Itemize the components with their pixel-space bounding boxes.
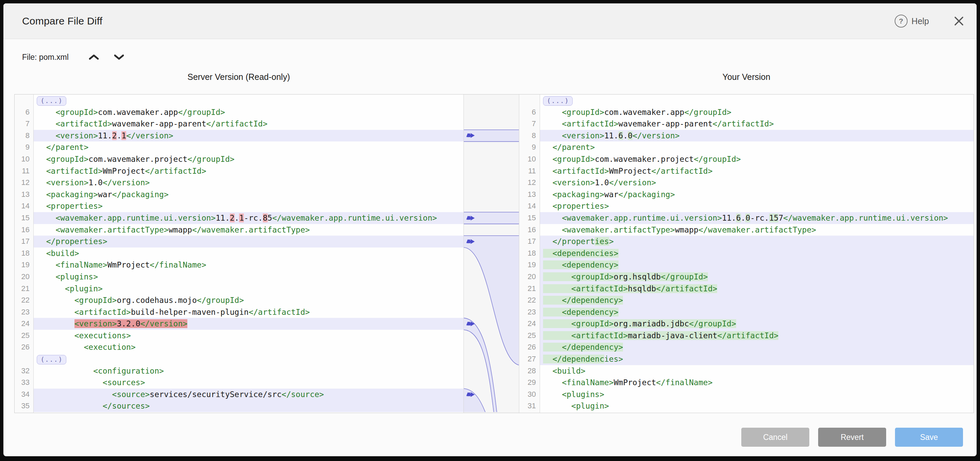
collapsed-region-toggle[interactable]: (...)	[543, 96, 573, 106]
code-row: <build>	[33, 248, 463, 259]
collapsed-region-row: (...)	[33, 353, 463, 365]
line-number: 12	[14, 177, 33, 189]
code-row: <properties>	[540, 200, 974, 212]
line-number: 13	[14, 189, 33, 200]
file-toolbar: File: pom.xml	[22, 50, 128, 64]
code-row: <groupId>com.wavemaker.app</groupId>	[540, 107, 974, 118]
line-number: 24	[519, 318, 539, 330]
apply-change-arrow-1[interactable]	[466, 133, 476, 138]
line-number: 20	[519, 271, 539, 283]
line-number: 35	[14, 400, 33, 412]
revert-button[interactable]: Revert	[818, 428, 886, 447]
left-code[interactable]: (...) <groupId>com.wavemaker.app</groupI…	[33, 94, 464, 413]
apply-change-arrow-2[interactable]	[466, 215, 476, 221]
right-code[interactable]: (...) <groupId>com.wavemaker.app</groupI…	[540, 94, 974, 413]
code-row: </properties>	[540, 235, 974, 248]
save-button[interactable]: Save	[895, 428, 963, 447]
code-row: <executions>	[33, 330, 463, 342]
close-icon[interactable]	[951, 14, 966, 29]
line-number: 30	[519, 389, 539, 401]
line-number: 11	[14, 165, 33, 177]
file-name-label: File: pom.xml	[22, 53, 69, 62]
code-row: <finalName>WmProject</finalName>	[33, 259, 463, 271]
line-number: 15	[14, 212, 33, 224]
line-number: 7	[14, 118, 33, 130]
line-number: 21	[14, 283, 33, 295]
code-row: <artifactId>hsqldb</artifactId>	[540, 283, 974, 295]
code-row: <finalName>WmProject</finalName>	[540, 377, 974, 389]
dialog-footer: Cancel Revert Save	[741, 428, 963, 447]
line-number: 26	[14, 341, 33, 353]
line-number: 20	[14, 271, 33, 283]
line-number: 32	[14, 365, 33, 377]
line-number: 10	[14, 153, 33, 165]
line-number: 18	[519, 248, 539, 259]
code-row: <source>services/securityService/src</so…	[33, 389, 463, 401]
diff-editor: 6789101112131415161718192021222324252632…	[14, 94, 974, 413]
help-button[interactable]: ? Help	[895, 14, 929, 27]
line-number: 8	[519, 130, 539, 142]
diff-connector-bands	[464, 94, 519, 412]
code-row: <artifactId>wavemaker-app-parent</artifa…	[33, 118, 463, 130]
line-number: 26	[519, 341, 539, 353]
collapsed-region-toggle[interactable]: (...)	[37, 355, 66, 364]
line-number: 23	[519, 306, 539, 318]
line-number: 18	[14, 248, 33, 259]
line-number: 16	[14, 224, 33, 236]
code-row: <wavemaker.app.runtime.ui.version>11.6.0…	[540, 212, 974, 224]
line-number: 7	[519, 118, 539, 130]
diff-connector-strip	[464, 94, 519, 413]
code-row: <groupId>com.wavemaker.app</groupId>	[33, 107, 463, 118]
apply-change-arrow-4[interactable]	[466, 321, 476, 327]
line-number: 19	[519, 259, 539, 271]
server-version-header: Server Version (Read-only)	[14, 72, 463, 82]
code-row: <version>1.0</version>	[33, 177, 463, 189]
cancel-button[interactable]: Cancel	[741, 428, 809, 447]
line-number	[519, 94, 539, 107]
line-number: 17	[519, 235, 539, 248]
compare-file-diff-dialog: Compare File Diff ? Help File: pom.xml	[3, 3, 977, 456]
dialog-title: Compare File Diff	[22, 15, 102, 27]
code-row: </parent>	[33, 141, 463, 153]
line-number: 14	[519, 200, 539, 212]
code-row: <artifactId>WmProject</artifactId>	[540, 165, 974, 177]
code-row: <version>11.2.1</version>	[33, 130, 463, 142]
code-row: <version>1.0</version>	[540, 177, 974, 189]
collapsed-region-row: (...)	[33, 94, 463, 107]
code-row: <dependencies>	[540, 248, 974, 259]
line-number: 10	[519, 153, 539, 165]
line-number: 31	[519, 400, 539, 412]
left-line-numbers: 6789101112131415161718192021222324252632…	[14, 94, 33, 413]
apply-change-arrow-5[interactable]	[466, 392, 476, 397]
line-number	[14, 94, 33, 107]
header-actions: ? Help	[895, 3, 966, 39]
line-number: 9	[14, 141, 33, 153]
line-number: 8	[14, 130, 33, 142]
line-number: 22	[519, 294, 539, 306]
code-row: <artifactId>WmProject</artifactId>	[33, 165, 463, 177]
chevron-up-icon[interactable]	[85, 50, 103, 64]
code-row: <artifactId>wavemaker-app-parent</artifa…	[540, 118, 974, 130]
line-number: 27	[519, 353, 539, 365]
line-number: 28	[519, 365, 539, 377]
code-row: </dependency>	[540, 341, 974, 353]
code-row: <packaging>war</packaging>	[33, 189, 463, 200]
chevron-down-icon[interactable]	[110, 50, 128, 64]
line-number: 17	[14, 235, 33, 248]
line-number: 9	[519, 141, 539, 153]
code-row: <wavemaker.artifactType>wmapp</wavemaker…	[540, 224, 974, 236]
line-number: 34	[14, 389, 33, 401]
your-version-header: Your Version	[519, 72, 974, 82]
line-number: 11	[519, 165, 539, 177]
code-row: <sources>	[33, 377, 463, 389]
collapsed-region-toggle[interactable]: (...)	[37, 96, 66, 106]
code-row: <dependency>	[540, 259, 974, 271]
pane-headers: Server Version (Read-only) Your Version	[14, 72, 974, 82]
help-label: Help	[912, 16, 929, 26]
code-row: <groupId>com.wavemaker.project</groupId>	[540, 153, 974, 165]
line-number: 13	[519, 189, 539, 200]
apply-change-arrow-3[interactable]	[466, 238, 476, 245]
code-row: </properties>	[33, 235, 463, 248]
code-row: </dependency>	[540, 294, 974, 306]
line-number: 15	[519, 212, 539, 224]
